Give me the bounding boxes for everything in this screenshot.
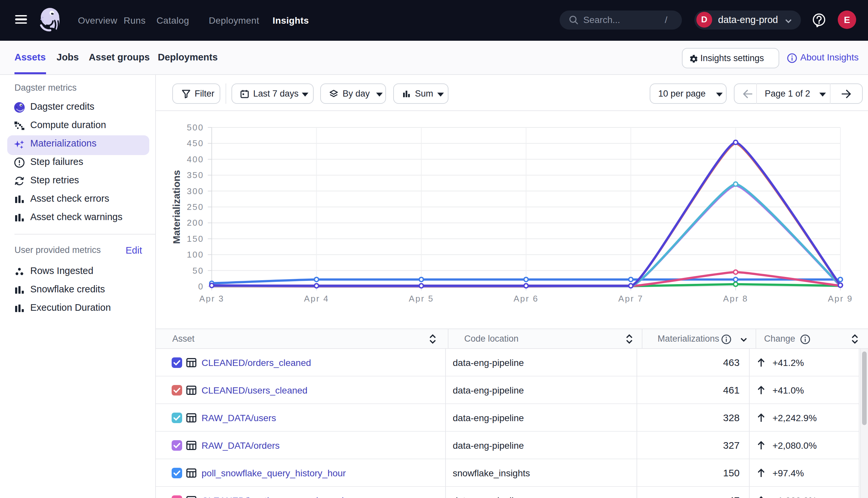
svg-text:250: 250: [187, 202, 204, 212]
svg-text:150: 150: [187, 234, 204, 244]
svg-text:Apr 6: Apr 6: [513, 294, 538, 303]
svg-text:Apr 9: Apr 9: [828, 294, 853, 303]
svg-text:Apr 4: Apr 4: [304, 294, 329, 303]
svg-text:200: 200: [187, 218, 204, 228]
svg-text:50: 50: [192, 266, 204, 276]
svg-text:500: 500: [187, 122, 204, 132]
svg-text:Apr 5: Apr 5: [409, 294, 434, 303]
svg-text:Apr 8: Apr 8: [723, 294, 748, 303]
svg-text:400: 400: [187, 154, 204, 164]
svg-text:Materializations: Materializations: [171, 170, 182, 244]
svg-text:300: 300: [187, 186, 204, 196]
svg-text:450: 450: [187, 138, 204, 148]
svg-text:Apr 7: Apr 7: [618, 294, 643, 303]
svg-text:350: 350: [187, 170, 204, 180]
svg-text:100: 100: [187, 250, 204, 260]
svg-text:0: 0: [198, 281, 204, 291]
svg-text:Apr 3: Apr 3: [199, 294, 224, 303]
